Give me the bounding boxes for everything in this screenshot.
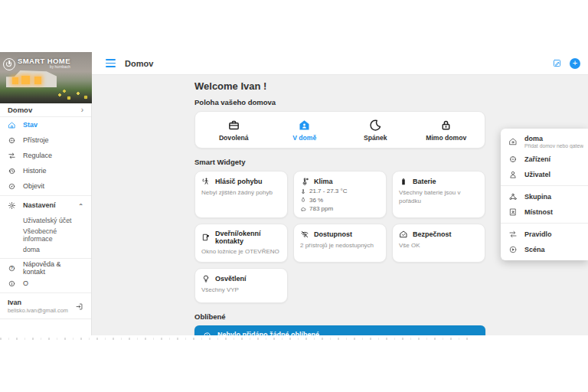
- door-contact-icon: [201, 233, 211, 242]
- add-button[interactable]: +: [570, 58, 580, 69]
- sidebar-subitem-vseobecne-informace[interactable]: Všeobecné informace: [0, 227, 91, 242]
- screenshot-artifact-strip: [0, 338, 471, 340]
- info-icon: [203, 332, 211, 335]
- widget-status: 2 přístrojů je nedostupných: [300, 242, 380, 250]
- widget-bezpecnost[interactable]: Bezpečnost Vše OK: [392, 224, 485, 263]
- thermometer-icon: [300, 177, 309, 186]
- banner-title: Nebylo přidáno žádné oblíbené: [217, 331, 428, 335]
- widget-klima[interactable]: Klima 21.7 - 27.3 °C 36 % 783 ppm: [293, 171, 387, 219]
- location-card: Dovolená V domě Spánek Mimo domov: [194, 111, 485, 149]
- edit-button[interactable]: [552, 58, 562, 68]
- section-label-location: Poloha vašeho domova: [194, 98, 485, 106]
- humidity-icon: [300, 197, 306, 203]
- add-menu-item-doma[interactable]: doma Přidat domov nebo gateway: [501, 132, 588, 152]
- bulb-icon: [201, 274, 211, 283]
- question-icon: ?: [8, 264, 16, 273]
- home-person-icon: [298, 119, 311, 132]
- home-selector-label: Domov: [8, 106, 32, 114]
- divider: [501, 185, 588, 186]
- add-menu-item-pravidlo[interactable]: Pravidlo: [501, 227, 588, 242]
- sidebar-item-o[interactable]: O: [0, 276, 91, 291]
- home-icon: [8, 121, 16, 129]
- divider: [0, 195, 91, 196]
- sidebar-item-stav[interactable]: Stav: [0, 117, 91, 132]
- welcome-heading: Welcome Ivan !: [194, 80, 485, 92]
- location-option-spanek[interactable]: Spánek: [340, 119, 411, 142]
- metric-co2: 783 ppm: [300, 205, 380, 212]
- sidebar: SMART HOME by hornbach Domov › Stav Přís…: [0, 52, 92, 335]
- play-icon: [508, 245, 518, 254]
- smart-home-logo: SMART HOME by hornbach: [3, 57, 70, 70]
- device-hub-icon: [8, 136, 16, 145]
- user-email: belisko.ivan@gmail.com: [8, 307, 68, 314]
- favorites-banner[interactable]: Nebylo přidáno žádné oblíbené Přidejte s…: [194, 325, 485, 335]
- widget-motion[interactable]: Hlásič pohybu Nebyl zjištěn žádný pohyb: [194, 171, 288, 219]
- widget-status: Nebyl zjištěn žádný pohyb: [201, 189, 281, 198]
- user-name: Ivan: [8, 299, 68, 307]
- edit-icon: [552, 58, 562, 68]
- chevron-up-icon: ⌃: [78, 203, 83, 210]
- person-icon: [508, 170, 518, 179]
- security-icon: [399, 230, 408, 239]
- widget-grid: Hlásič pohybu Nebyl zjištěn žádný pohyb …: [194, 171, 485, 303]
- divider: [501, 223, 588, 224]
- thermometer-icon: [300, 188, 306, 194]
- top-app-bar: Domov +: [92, 52, 588, 75]
- power-icon: [3, 58, 15, 70]
- room-icon: [508, 207, 518, 217]
- group-icon: [508, 192, 518, 201]
- metric-temperature: 21.7 - 27.3 °C: [300, 188, 380, 194]
- flowers-illustration: [52, 88, 92, 103]
- add-menu-item-scena[interactable]: Scéna: [501, 242, 588, 257]
- location-option-dovolena[interactable]: Dovolená: [198, 119, 270, 142]
- sidebar-item-objevit[interactable]: Objevit: [0, 178, 91, 194]
- briefcase-icon: [227, 119, 240, 132]
- info-icon: [8, 279, 16, 288]
- sidebar-item-napoveda[interactable]: ? Nápověda & kontakt: [0, 260, 91, 276]
- co2-icon: [300, 206, 306, 212]
- section-label-widgets: Smart Widgety: [194, 158, 485, 166]
- user-account[interactable]: Ivan belisko.ivan@gmail.com: [0, 295, 91, 319]
- widget-status: Vše OK: [399, 242, 479, 250]
- metric-humidity: 36 %: [300, 197, 380, 204]
- add-menu-item-skupina[interactable]: Skupina: [501, 189, 588, 204]
- add-menu-item-zarizeni[interactable]: Zařízení: [501, 152, 588, 167]
- svg-text:?: ?: [11, 266, 13, 270]
- add-menu-popup: doma Přidat domov nebo gateway Zařízení …: [501, 129, 588, 260]
- brand-name: SMART HOME: [18, 57, 70, 65]
- sidebar-item-regulace[interactable]: Regulace: [0, 148, 91, 163]
- sidebar-subitem-doma[interactable]: doma: [0, 242, 91, 256]
- add-menu-sublabel: Přidat domov nebo gateway: [524, 143, 583, 149]
- page-title: Domov: [125, 59, 153, 68]
- device-hub-icon: [508, 155, 518, 164]
- brand-banner-image: SMART HOME by hornbach: [0, 52, 92, 103]
- widget-dverni-okenni-kontakty[interactable]: Dveřní/okenní kontakty Okno ložnice je O…: [194, 224, 288, 263]
- logout-icon: [75, 302, 83, 311]
- wifi-off-icon: [300, 230, 309, 239]
- explore-icon: [8, 182, 16, 191]
- add-menu-item-uzivatel[interactable]: Uživatel: [501, 167, 588, 182]
- widget-baterie[interactable]: Baterie Všechny baterie jsou v pořádku: [392, 171, 485, 219]
- widget-dostupnost[interactable]: Dostupnost 2 přístrojů je nedostupných: [293, 224, 387, 263]
- location-option-mimo-domov[interactable]: Mimo domov: [411, 119, 482, 142]
- plus-icon: +: [573, 59, 577, 67]
- logout-button[interactable]: [75, 302, 83, 311]
- widget-osvetleni[interactable]: Osvětlení Všechny VYP: [194, 268, 288, 303]
- add-menu-item-mistnost[interactable]: Místnost: [501, 204, 588, 220]
- sidebar-subitem-uzivatelsky-ucet[interactable]: Uživatelský účet: [0, 213, 91, 227]
- motion-sensor-icon: [201, 177, 211, 186]
- gear-icon: [8, 201, 16, 210]
- divider: [0, 292, 91, 293]
- menu-icon[interactable]: [106, 59, 116, 67]
- sidebar-item-pristroje[interactable]: Přístroje: [0, 132, 91, 148]
- home-selector[interactable]: Domov ›: [0, 103, 91, 117]
- home-icon: [508, 137, 518, 146]
- sidebar-item-nastaveni[interactable]: Nastavení ⌃: [0, 198, 91, 213]
- sidebar-item-historie[interactable]: Historie: [0, 163, 91, 178]
- swap-arrows-icon: [508, 230, 518, 239]
- lock-icon: [439, 119, 452, 132]
- battery-icon: [399, 177, 408, 186]
- widget-status: Všechny VYP: [201, 286, 281, 295]
- widget-status: Okno ložnice je OTEVŘENO: [201, 248, 281, 256]
- location-option-v-dome[interactable]: V domě: [270, 119, 341, 142]
